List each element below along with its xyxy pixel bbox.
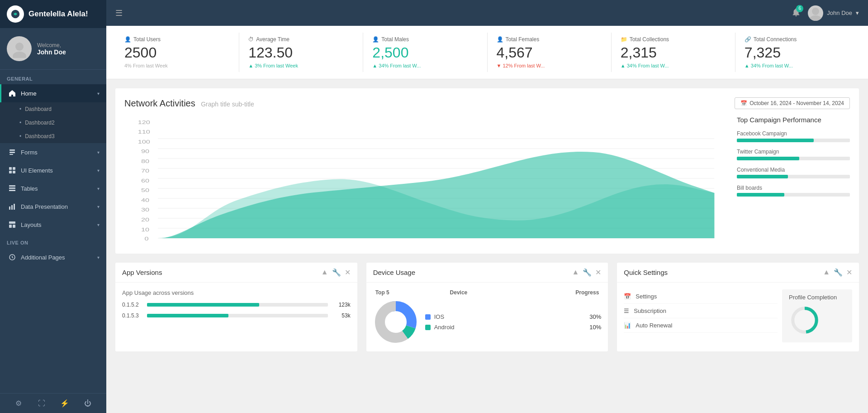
close-icon[interactable]: ✕ xyxy=(345,268,351,277)
sidebar-item-data-presentation[interactable]: Data Presentation ▾ xyxy=(0,197,106,216)
hamburger-button[interactable]: ☰ xyxy=(115,8,123,18)
device-usage-body: Top 5 Device Progress xyxy=(366,283,608,351)
campaign-title: Top Campaign Performance xyxy=(737,116,850,124)
close-device-icon[interactable]: ✕ xyxy=(595,268,601,277)
wrench-icon[interactable]: 🔧 xyxy=(332,268,341,277)
campaign-bar-1 xyxy=(737,157,799,160)
sidebar-item-additional-pages[interactable]: Additional Pages ▾ xyxy=(0,248,106,266)
subnav-dashboard[interactable]: Dashboard xyxy=(0,102,106,116)
sidebar-item-label-tables: Tables xyxy=(21,185,93,192)
svg-rect-15 xyxy=(14,204,15,210)
profile-completion-label: Profile Completion xyxy=(789,294,845,301)
svg-text:100: 100 xyxy=(138,139,150,145)
svg-rect-7 xyxy=(13,167,15,170)
version-bar-0 xyxy=(147,303,259,307)
notification-bell[interactable]: 6 xyxy=(791,7,801,19)
campaign-bar-3 xyxy=(737,193,784,197)
sidebar-item-layouts[interactable]: Layouts ▾ xyxy=(0,216,106,234)
profile-completion-chart xyxy=(789,304,821,336)
stats-row: 👤 Total Users 2500 4% From last Week ⏱ A… xyxy=(106,26,868,79)
svg-rect-4 xyxy=(9,152,15,153)
device-row-android: Android 10% xyxy=(425,324,602,331)
svg-text:20: 20 xyxy=(141,217,149,223)
device-donut-chart xyxy=(373,299,418,345)
chevron-up-icon[interactable]: ▲ xyxy=(321,268,328,277)
stat-total-collections: 📁 Total Collections 2,315 ▲ 34% From las… xyxy=(612,33,735,72)
svg-point-2 xyxy=(13,52,26,58)
chevron-up-quick-icon[interactable]: ▲ xyxy=(823,268,830,277)
card-actions-quick: ▲ 🔧 ✕ xyxy=(823,268,852,277)
device-usage-content: IOS 30% Android 10% xyxy=(373,299,602,345)
sidebar-item-label-ui: UI Elements xyxy=(21,167,93,174)
settings-calendar-icon: 📅 xyxy=(624,293,631,300)
campaign-item-1: Twitter Campaign xyxy=(737,149,850,160)
wrench-device-icon[interactable]: 🔧 xyxy=(583,268,592,277)
chevron-up-device-icon[interactable]: ▲ xyxy=(572,268,579,277)
sidebar-profile: Welcome, John Doe xyxy=(0,28,106,70)
svg-rect-17 xyxy=(9,225,12,228)
sidebar-item-label-additional-pages: Additional Pages xyxy=(21,254,93,261)
sidebar-item-home[interactable]: Home ▾ xyxy=(0,84,106,102)
content-area: 👤 Total Users 2500 4% From last Week ⏱ A… xyxy=(106,26,868,413)
chevron-forms-icon: ▾ xyxy=(97,150,100,155)
lightning-icon[interactable]: ⚡ xyxy=(53,399,76,408)
data-presentation-icon xyxy=(8,202,16,211)
fullscreen-icon[interactable]: ⛶ xyxy=(30,399,53,408)
svg-text:30: 30 xyxy=(141,207,149,213)
home-subnav: Dashboard Dashboard2 Dashboard3 xyxy=(0,102,106,143)
stat-value-females: 4,567 xyxy=(497,44,602,61)
power-icon[interactable]: ⏻ xyxy=(76,399,100,408)
stat-total-connections: 🔗 Total Connections 7,325 ▲ 34% From las… xyxy=(735,33,859,72)
settings-chart-icon: 📊 xyxy=(624,322,631,329)
sidebar-item-label-home: Home xyxy=(21,90,93,97)
svg-rect-3 xyxy=(9,149,15,151)
version-label-0: 0.1.5.2 xyxy=(122,302,142,308)
svg-rect-5 xyxy=(9,154,13,155)
subnav-dashboard3[interactable]: Dashboard3 xyxy=(0,130,106,143)
subnav-dashboard2[interactable]: Dashboard2 xyxy=(0,116,106,130)
settings-item-settings[interactable]: 📅 Settings xyxy=(624,289,778,304)
campaign-bar-bg-0 xyxy=(737,139,850,142)
settings-item-auto-renewal[interactable]: 📊 Auto Renewal xyxy=(624,318,778,333)
stat-total-males: 👤 Total Males 2,500 ▲ 34% From last W... xyxy=(363,33,487,72)
stat-label-users: 👤 Total Users xyxy=(124,36,230,43)
quick-settings-header: Quick Settings ▲ 🔧 ✕ xyxy=(617,263,859,283)
stat-avg-time: ⏱ Average Time 123.50 ▲ 3% From last Wee… xyxy=(239,33,363,72)
svg-rect-18 xyxy=(13,225,15,228)
svg-rect-16 xyxy=(9,221,15,224)
campaign-name-0: Facebook Campaign xyxy=(737,130,850,137)
profile-completion-widget: Profile Completion xyxy=(782,289,852,342)
sidebar-item-tables[interactable]: Tables ▾ xyxy=(0,179,106,197)
app-name: Gentelella Alela! xyxy=(28,10,88,19)
sidebar-item-ui-elements[interactable]: UI Elements ▾ xyxy=(0,161,106,179)
campaign-item-0: Facebook Campaign xyxy=(737,130,850,142)
version-row-0: 0.1.5.2 123k xyxy=(122,302,351,308)
device-name-android: Android xyxy=(434,324,586,331)
gear-icon[interactable]: ⚙ xyxy=(7,399,30,408)
topbar-username: John Doe xyxy=(827,10,852,16)
version-label-1: 0.1.5.3 xyxy=(122,312,142,319)
svg-text:40: 40 xyxy=(141,197,149,203)
device-usage-title: Device Usage xyxy=(373,269,572,276)
device-usage-col-headers: Top 5 Device Progress xyxy=(373,289,602,296)
topbar-user[interactable]: John Doe ▾ xyxy=(808,5,859,21)
chevron-down-icon: ▾ xyxy=(97,91,100,96)
app-versions-title: App Versions xyxy=(122,269,321,276)
stat-sub-users: 4% From last Week xyxy=(124,63,230,68)
device-usage-card: Device Usage ▲ 🔧 ✕ Top 5 Device Progress xyxy=(366,263,608,351)
svg-text:110: 110 xyxy=(138,129,150,135)
version-row-1: 0.1.5.3 53k xyxy=(122,312,351,319)
chevron-additional-pages-icon: ▾ xyxy=(97,255,100,260)
sidebar-item-label-forms: Forms xyxy=(21,149,93,156)
date-range-button[interactable]: 📅 October 16, 2024 - November 14, 2024 xyxy=(735,97,850,109)
close-quick-icon[interactable]: ✕ xyxy=(846,268,852,277)
svg-rect-13 xyxy=(9,206,10,210)
campaign-name-1: Twitter Campaign xyxy=(737,149,850,155)
sidebar: Gentelella Alela! Welcome, John Doe GENE… xyxy=(0,0,106,413)
campaign-item-3: Bill boards xyxy=(737,185,850,197)
sidebar-item-forms[interactable]: Forms ▾ xyxy=(0,143,106,161)
campaign-bar-bg-1 xyxy=(737,157,850,160)
wrench-quick-icon[interactable]: 🔧 xyxy=(834,268,843,277)
settings-item-subscription[interactable]: ☰ Subscription xyxy=(624,304,778,318)
stat-sub-females: ▼ 12% From last W... xyxy=(497,63,602,68)
